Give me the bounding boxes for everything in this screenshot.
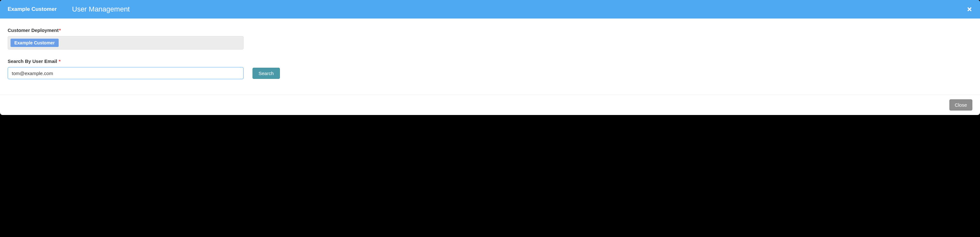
required-indicator: * (59, 27, 61, 33)
header-customer-name: Example Customer (8, 6, 57, 13)
search-button[interactable]: Search (253, 68, 280, 79)
modal-footer: Close (0, 94, 980, 115)
user-management-modal: Example Customer User Management Custome… (0, 0, 980, 115)
modal-body: Customer Deployment* Example Customer Se… (0, 19, 980, 94)
email-search-group: Search By User Email * Search (8, 58, 972, 79)
deployment-group: Customer Deployment* Example Customer (8, 27, 972, 50)
close-button[interactable]: Close (950, 99, 972, 110)
required-indicator: * (59, 58, 60, 64)
deployment-select[interactable]: Example Customer (8, 36, 243, 50)
close-icon[interactable] (966, 6, 973, 13)
deployment-label: Customer Deployment* (8, 27, 972, 33)
modal-title: User Management (72, 5, 130, 13)
search-row: Search (8, 67, 972, 79)
deployment-label-text: Customer Deployment (8, 27, 59, 33)
email-search-label: Search By User Email * (8, 58, 972, 64)
email-input[interactable] (8, 67, 243, 79)
deployment-chip[interactable]: Example Customer (11, 38, 59, 47)
modal-header: Example Customer User Management (0, 0, 980, 19)
email-search-label-text: Search By User Email (8, 58, 57, 64)
